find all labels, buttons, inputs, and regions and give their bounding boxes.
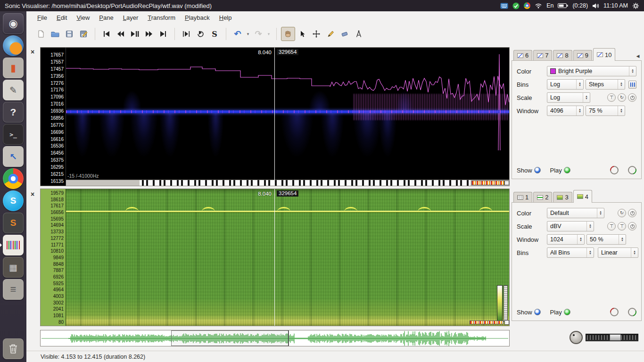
pointer-tool-icon[interactable]: ↖ — [3, 146, 24, 167]
spin-arrows-icon[interactable]: ▲▼ — [577, 235, 584, 244]
normalize-visible-button[interactable]: ⊤ — [618, 222, 626, 230]
dash-home-icon[interactable]: ◉ — [3, 13, 24, 34]
play-pause-button[interactable] — [128, 27, 142, 41]
pane1-close-button[interactable]: × — [29, 48, 36, 56]
window-size-select[interactable]: 1024 ▲▼ — [547, 234, 585, 245]
layer-tab[interactable]: 7 — [533, 50, 552, 60]
overview-pane[interactable] — [40, 330, 510, 346]
measure-tool-button[interactable] — [352, 27, 366, 41]
erase-tool-button[interactable] — [338, 27, 352, 41]
sonic-visualiser-icon[interactable] — [3, 235, 24, 255]
threshold-dial-button[interactable] — [628, 209, 636, 217]
play-selection-button[interactable] — [179, 27, 193, 41]
selection-region[interactable] — [171, 330, 289, 346]
open-file-button[interactable] — [48, 27, 62, 41]
spin-arrows-icon[interactable]: ▲▼ — [631, 248, 638, 257]
spin-arrows-icon[interactable]: ▲▼ — [576, 106, 583, 115]
navigate-tool-button[interactable] — [281, 27, 295, 41]
layer-tab[interactable]: 8 — [553, 50, 572, 60]
draw-tool-button[interactable] — [323, 27, 338, 41]
menu-item[interactable]: Transform — [143, 13, 180, 23]
chrome-icon[interactable] — [3, 168, 24, 189]
language-indicator[interactable]: En — [546, 2, 553, 9]
layer-tab[interactable]: 6 — [513, 50, 532, 60]
terminal-icon[interactable]: >_ — [3, 124, 24, 145]
solo-button[interactable]: S — [207, 27, 222, 41]
reset-rotary-button[interactable]: ↻ — [618, 209, 626, 217]
slider-handle[interactable] — [610, 334, 621, 341]
undo-button[interactable]: ↶ — [231, 27, 245, 41]
normalize-button[interactable]: ⊤ — [607, 93, 616, 102]
playback-pan-dial[interactable] — [628, 308, 636, 316]
edit-tool-button[interactable] — [309, 27, 323, 41]
spin-arrows-icon[interactable]: ▲▼ — [586, 222, 594, 231]
playback-pan-dial[interactable] — [628, 166, 636, 174]
help-icon[interactable]: ? — [3, 102, 24, 123]
wifi-icon[interactable] — [535, 3, 542, 8]
menu-item[interactable]: Layer — [119, 13, 143, 23]
tab-scroll-left-button[interactable]: ◀ — [634, 52, 642, 60]
color-select[interactable]: Bright Purple ▲▼ — [547, 66, 636, 76]
trash-launcher-item[interactable] — [3, 338, 24, 359]
battery-icon[interactable] — [558, 3, 568, 8]
play-toggle-led[interactable] — [564, 167, 570, 173]
normalize-columns-button[interactable]: ⊤ — [607, 222, 616, 230]
bins-style-select[interactable]: Steps ▲▼ — [586, 79, 625, 90]
pane1-frequency-axis[interactable]: 1765717557174571735617276171761709617016… — [41, 48, 66, 186]
playback-gain-dial[interactable] — [610, 308, 619, 316]
pane1-view[interactable]: 8.040 329654 -15 /-41000Hz — [66, 48, 509, 186]
layer-tab[interactable]: 9 — [573, 50, 592, 60]
undo-menu-button[interactable]: ▾ — [245, 27, 251, 41]
redo-button[interactable]: ↷ — [251, 27, 265, 41]
menu-item[interactable]: Edit — [52, 13, 71, 23]
layer-tab[interactable]: 10 — [593, 48, 615, 61]
menu-item[interactable]: View — [72, 13, 94, 23]
reset-rotary-button[interactable]: ↻ — [618, 93, 626, 102]
window-size-select[interactable]: 4096 ▲▼ — [547, 106, 584, 116]
keyboard-indicator-icon[interactable] — [500, 3, 508, 9]
fast-forward-button[interactable] — [142, 27, 156, 41]
gain-dial-button[interactable] — [628, 222, 636, 230]
spin-arrows-icon[interactable]: ▲▼ — [629, 66, 636, 76]
spin-arrows-icon[interactable]: ▲▼ — [618, 106, 625, 115]
spin-arrows-icon[interactable]: ▲▼ — [586, 248, 594, 257]
fast-forward-to-end-button[interactable] — [156, 27, 170, 41]
scale-select[interactable]: dBV ▲▼ — [547, 221, 594, 231]
rewind-to-start-button[interactable] — [99, 27, 114, 41]
pane2-frequency-axis[interactable]: 1957918618176171665615695146941373312772… — [41, 189, 66, 326]
playback-gain-dial[interactable] — [610, 166, 619, 174]
show-toggle-led[interactable] — [534, 167, 541, 173]
text-editor-icon[interactable]: ✎ — [3, 80, 24, 100]
loop-playback-button[interactable] — [193, 27, 207, 41]
spin-arrows-icon[interactable]: ▲▼ — [576, 80, 583, 89]
save-as-button[interactable] — [76, 27, 91, 41]
rewind-button[interactable] — [114, 27, 128, 41]
play-toggle-led[interactable] — [564, 309, 570, 315]
bins-select[interactable]: Log ▲▼ — [547, 79, 584, 90]
layer-tab[interactable]: 2 — [533, 192, 552, 202]
pane2-close-button[interactable]: × — [29, 190, 36, 198]
bins-select[interactable]: All Bins ▲▼ — [547, 247, 594, 258]
menu-item[interactable]: File — [33, 13, 51, 23]
playback-speed-knob[interactable] — [570, 331, 583, 344]
session-gear-icon[interactable] — [632, 2, 639, 9]
firefox-icon[interactable] — [3, 35, 24, 56]
redo-menu-button[interactable]: ▾ — [265, 27, 272, 41]
save-button[interactable] — [62, 27, 76, 41]
window-overlap-select[interactable]: 50 % ▲▼ — [586, 234, 626, 245]
new-file-button[interactable] — [34, 27, 48, 41]
dark-app-icon[interactable]: ▦ — [3, 257, 24, 278]
spin-arrows-icon[interactable]: ▲▼ — [583, 93, 590, 102]
zoom-wheel[interactable] — [586, 334, 638, 341]
skype-icon[interactable]: S — [3, 190, 24, 211]
volume-icon[interactable] — [592, 3, 599, 9]
color-select[interactable]: Default ▲▼ — [547, 208, 604, 218]
archive-app-icon[interactable]: ≡ — [3, 279, 24, 300]
menu-item[interactable]: Help — [215, 13, 236, 23]
menu-item[interactable]: Pane — [95, 13, 117, 23]
pane2-view[interactable]: 8.040 329654 — [66, 189, 509, 326]
spin-arrows-icon[interactable]: ▲▼ — [597, 208, 604, 218]
sublime-text-icon[interactable]: S — [3, 213, 24, 233]
bins-scale-select[interactable]: Linear ▲▼ — [598, 247, 638, 258]
histogram-toggle-button[interactable] — [628, 81, 636, 89]
